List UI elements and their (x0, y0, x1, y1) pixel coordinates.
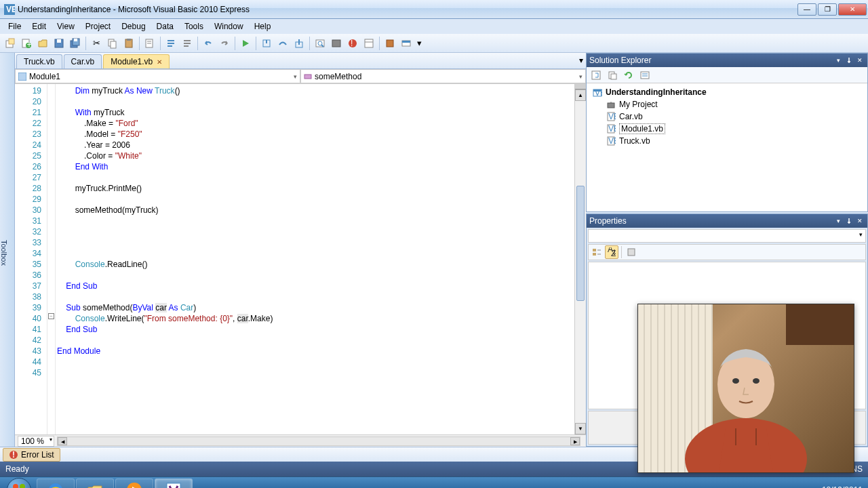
taskbar-media[interactable] (115, 479, 153, 489)
app-icon: VB (4, 4, 15, 15)
svg-rect-3 (9, 39, 14, 44)
properties-button[interactable] (361, 36, 376, 51)
panel-pin-button[interactable] (844, 56, 854, 65)
comment-button[interactable] (163, 36, 178, 51)
code-editor[interactable]: Dim myTruck As New Truck() With myTruck … (56, 84, 574, 434)
svg-rect-38 (18, 73, 26, 81)
tree-item-car[interactable]: VB Car.vb (589, 110, 865, 123)
categorized-button[interactable] (590, 245, 604, 259)
menu-debug[interactable]: Debug (116, 20, 151, 33)
scroll-right-button[interactable]: ▶ (570, 437, 580, 445)
solution-explorer-toolbar (587, 67, 867, 83)
toolbar: + ✂ ! ▾ (0, 34, 868, 53)
properties-button[interactable] (589, 68, 603, 82)
immediate-window-button[interactable] (313, 36, 328, 51)
outline-collapse-button[interactable]: − (48, 313, 54, 319)
save-all-button[interactable] (68, 36, 83, 51)
tree-item-myproject[interactable]: My Project (589, 98, 865, 110)
menu-edit[interactable]: Edit (26, 20, 52, 33)
scroll-thumb[interactable] (576, 186, 585, 301)
close-button[interactable]: ✕ (838, 3, 867, 16)
svg-rect-35 (387, 40, 393, 47)
type-dropdown[interactable]: Module1 (15, 69, 300, 83)
refresh-button[interactable] (622, 68, 635, 82)
property-pages-button[interactable] (625, 245, 638, 259)
taskbar-explorer[interactable] (76, 479, 114, 489)
menu-tools[interactable]: Tools (179, 20, 209, 33)
svg-rect-71 (167, 483, 180, 489)
alphabetical-button[interactable]: AZ (605, 245, 618, 259)
method-icon (304, 73, 312, 81)
member-dropdown[interactable]: someMethod (300, 69, 586, 83)
tab-truck[interactable]: Truck.vb (16, 54, 62, 68)
copy-button[interactable] (105, 36, 120, 51)
step-out-button[interactable] (292, 36, 307, 51)
error-list-tab[interactable]: ! Error List (3, 448, 60, 462)
vertical-scrollbar[interactable]: ▲ ▼ (574, 84, 586, 434)
panel-dropdown-button[interactable]: ▾ (833, 216, 843, 226)
taskbar: 10/19/2011 (0, 476, 868, 488)
split-handle[interactable] (575, 84, 586, 89)
view-code-button[interactable] (638, 68, 652, 82)
minimize-button[interactable]: — (797, 3, 816, 16)
panel-dropdown-button[interactable]: ▾ (833, 56, 843, 65)
svg-text:VB: VB (6, 5, 15, 14)
myproject-icon (606, 99, 616, 110)
close-tab-icon[interactable]: ✕ (157, 58, 162, 66)
toolbox-tab[interactable]: Toolbox (0, 53, 15, 447)
cut-button[interactable]: ✂ (89, 36, 104, 51)
error-list-button[interactable]: ! (345, 36, 360, 51)
tabs-dropdown-button[interactable]: ▾ (579, 56, 583, 65)
scroll-up-button[interactable]: ▲ (575, 89, 586, 101)
panel-close-button[interactable]: ✕ (855, 56, 865, 65)
uncomment-button[interactable] (180, 36, 195, 51)
show-all-files-button[interactable] (606, 68, 619, 82)
scroll-left-button[interactable]: ◀ (58, 437, 67, 445)
menu-help[interactable]: Help (249, 20, 277, 33)
new-project-button[interactable] (3, 36, 18, 51)
other-windows-button[interactable] (399, 36, 414, 51)
tree-item-truck[interactable]: VB Truck.vb (589, 135, 865, 147)
menu-project[interactable]: Project (80, 20, 116, 33)
add-item-button[interactable]: + (19, 36, 34, 51)
redo-button[interactable] (217, 36, 232, 51)
zoom-dropdown[interactable]: 100 % (18, 436, 54, 447)
panel-pin-button[interactable] (844, 216, 854, 226)
start-button[interactable] (3, 478, 35, 489)
error-icon: ! (9, 450, 18, 460)
tab-module1[interactable]: Module1.vb✕ (103, 54, 170, 68)
save-button[interactable] (52, 36, 66, 51)
properties-object-dropdown[interactable] (588, 229, 866, 243)
menu-data[interactable]: Data (151, 20, 179, 33)
editor-tabs: Truck.vb Car.vb Module1.vb✕ ▾ (15, 53, 586, 69)
open-button[interactable] (35, 36, 50, 51)
undo-button[interactable] (201, 36, 216, 51)
tree-item-module1[interactable]: VB Module1.vb (589, 123, 865, 135)
find-button[interactable] (142, 36, 157, 51)
horizontal-scrollbar[interactable]: ◀ ▶ (57, 436, 580, 446)
svg-rect-37 (402, 41, 410, 43)
menu-window[interactable]: Window (209, 20, 249, 33)
paste-button[interactable] (121, 36, 136, 51)
svg-text:VB: VB (595, 88, 602, 97)
tree-project-node[interactable]: VB UnderstandingInheritance (589, 86, 865, 98)
maximize-button[interactable]: ❐ (818, 3, 837, 16)
toolbox-button[interactable] (329, 36, 344, 51)
svg-rect-11 (74, 39, 77, 41)
start-debug-button[interactable] (238, 36, 253, 51)
tray-clock[interactable]: 10/19/2011 (822, 485, 863, 489)
tab-car[interactable]: Car.vb (64, 54, 102, 68)
taskbar-vs[interactable] (155, 479, 193, 489)
step-over-button[interactable] (275, 36, 290, 51)
panel-close-button[interactable]: ✕ (855, 216, 865, 226)
toolbar-options-button[interactable]: ▾ (415, 36, 423, 51)
svg-point-74 (732, 378, 739, 384)
taskbar-ie[interactable] (37, 479, 75, 489)
project-icon: VB (592, 87, 603, 98)
step-into-button[interactable] (259, 36, 274, 51)
scroll-down-button[interactable]: ▼ (575, 423, 586, 434)
menu-view[interactable]: View (52, 20, 80, 33)
menu-file[interactable]: File (3, 20, 26, 33)
extension-manager-button[interactable] (382, 36, 397, 51)
properties-header: Properties ▾ ✕ (587, 214, 867, 228)
